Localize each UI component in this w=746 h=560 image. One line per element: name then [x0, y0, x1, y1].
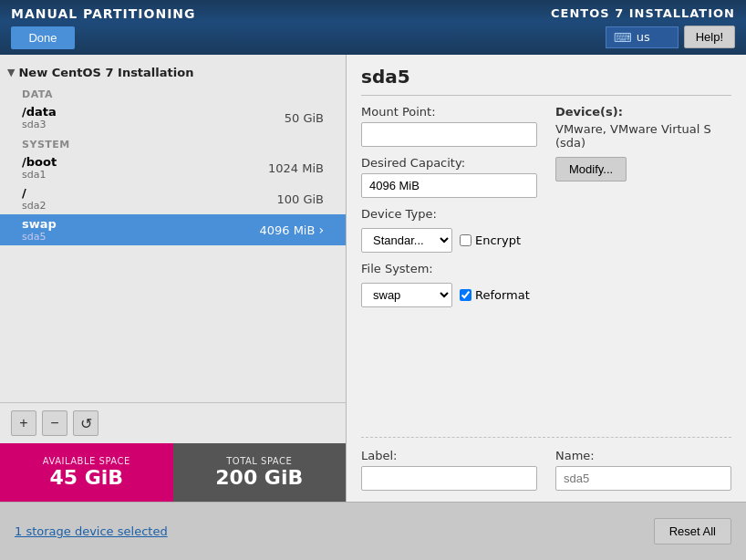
footer: 1 storage device selected Reset All [0, 502, 746, 560]
total-space-value: 200 GiB [215, 466, 303, 489]
bottom-labels: Label: Name: [361, 437, 731, 491]
reformat-row: Reformat [460, 288, 530, 302]
partition-name-boot: /boot [22, 155, 268, 169]
partition-item-swap[interactable]: swap sda5 4096 MiB › [0, 214, 346, 245]
total-space-panel: TOTAL SPACE 200 GiB [173, 443, 347, 502]
header-left: MANUAL PARTITIONING Done [11, 6, 196, 49]
add-partition-button[interactable]: + [11, 410, 36, 436]
devices-label: Device(s): [555, 105, 731, 119]
form-grid: Mount Point: Desired Capacity: Device Ty… [361, 105, 731, 422]
right-panel: sda5 Mount Point: Desired Capacity: Devi… [347, 55, 746, 502]
keyboard-icon: ⌨ [614, 30, 632, 45]
total-space-label: TOTAL SPACE [226, 456, 292, 466]
partition-detail-title: sda5 [361, 66, 731, 96]
partition-device-swap: sda5 [22, 231, 259, 243]
partition-name-data: /data [22, 105, 285, 119]
filesystem-select[interactable]: swap ext4 xfs [361, 283, 452, 307]
page-title: MANUAL PARTITIONING [11, 6, 196, 21]
keyboard-input[interactable]: ⌨ us [606, 26, 679, 48]
partition-size-root: 100 GiB [276, 192, 324, 206]
modify-button[interactable]: Modify... [555, 157, 627, 181]
tree-root-label: New CentOS 7 Installation [18, 66, 193, 79]
partition-item-data[interactable]: /data sda3 50 GiB [0, 102, 346, 133]
partition-info-boot: /boot sda1 [22, 155, 268, 181]
desired-capacity-input[interactable] [361, 173, 537, 198]
keyboard-lang: us [637, 30, 650, 44]
partition-size-boot: 1024 MiB [268, 161, 324, 175]
label-section: Label: [361, 449, 537, 491]
partition-tree: ▼ New CentOS 7 Installation DATA /data s… [0, 55, 346, 402]
partition-device-root: sda2 [22, 200, 276, 212]
encrypt-label: Encrypt [475, 233, 521, 247]
partition-info-data: /data sda3 [22, 105, 285, 130]
available-space-label: AVAILABLE SPACE [43, 456, 130, 466]
name-field-label: Name: [555, 449, 595, 462]
device-type-select[interactable]: Standar... LVM RAID [361, 228, 452, 253]
tree-root: ▼ New CentOS 7 Installation [0, 62, 346, 83]
label-input[interactable] [361, 466, 537, 491]
mount-point-input[interactable] [361, 122, 537, 147]
partition-name-root: / [22, 186, 276, 200]
partition-info-root: / sda2 [22, 186, 276, 212]
reformat-label: Reformat [475, 288, 530, 302]
help-button[interactable]: Help! [684, 26, 735, 48]
encrypt-checkbox[interactable] [460, 234, 471, 246]
system-section-label: SYSTEM [0, 133, 346, 152]
available-space-value: 45 GiB [49, 466, 123, 489]
refresh-button[interactable]: ↺ [73, 410, 98, 436]
partition-device-boot: sda1 [22, 169, 268, 181]
device-type-label: Device Type: [361, 207, 537, 221]
reformat-checkbox[interactable] [460, 289, 471, 301]
device-type-row: Standar... LVM RAID Encrypt [361, 228, 537, 253]
devices-value: VMware, VMware Virtual S (sda) [555, 122, 731, 150]
partition-item-boot[interactable]: /boot sda1 1024 MiB [0, 152, 346, 183]
centos-title: CENTOS 7 INSTALLATION [551, 6, 735, 20]
chevron-right-icon: › [318, 223, 324, 237]
main-content: ▼ New CentOS 7 Installation DATA /data s… [0, 55, 746, 502]
mount-point-label: Mount Point: [361, 105, 537, 119]
encrypt-row: Encrypt [460, 233, 521, 247]
partition-device-data: sda3 [22, 119, 285, 130]
remove-partition-button[interactable]: − [42, 410, 67, 436]
header: MANUAL PARTITIONING Done CENTOS 7 INSTAL… [0, 0, 746, 55]
partition-name-swap: swap [22, 217, 259, 231]
data-section-label: DATA [0, 83, 346, 102]
storage-device-link[interactable]: 1 storage device selected [15, 524, 168, 538]
header-right: CENTOS 7 INSTALLATION ⌨ us Help! [551, 6, 735, 48]
name-section: Name: [555, 449, 731, 491]
form-section-right: Device(s): VMware, VMware Virtual S (sda… [555, 105, 731, 422]
partition-size-swap: 4096 MiB [259, 223, 315, 237]
available-space-panel: AVAILABLE SPACE 45 GiB [0, 443, 173, 502]
file-system-label: File System: [361, 262, 537, 275]
partition-info-swap: swap sda5 [22, 217, 259, 243]
partition-size-data: 50 GiB [285, 111, 324, 125]
left-panel: ▼ New CentOS 7 Installation DATA /data s… [0, 55, 347, 502]
tree-arrow: ▼ [7, 67, 15, 78]
name-input[interactable] [555, 466, 731, 491]
header-controls: ⌨ us Help! [606, 26, 735, 48]
form-section-left: Mount Point: Desired Capacity: Device Ty… [361, 105, 537, 422]
left-toolbar: + − ↺ [0, 402, 346, 443]
partition-item-root[interactable]: / sda2 100 GiB [0, 183, 346, 214]
reset-all-button[interactable]: Reset All [654, 518, 731, 544]
desired-capacity-label: Desired Capacity: [361, 156, 537, 170]
done-button[interactable]: Done [11, 26, 75, 49]
space-info: AVAILABLE SPACE 45 GiB TOTAL SPACE 200 G… [0, 443, 346, 502]
filesystem-row: swap ext4 xfs Reformat [361, 283, 537, 307]
label-field-label: Label: [361, 449, 397, 462]
